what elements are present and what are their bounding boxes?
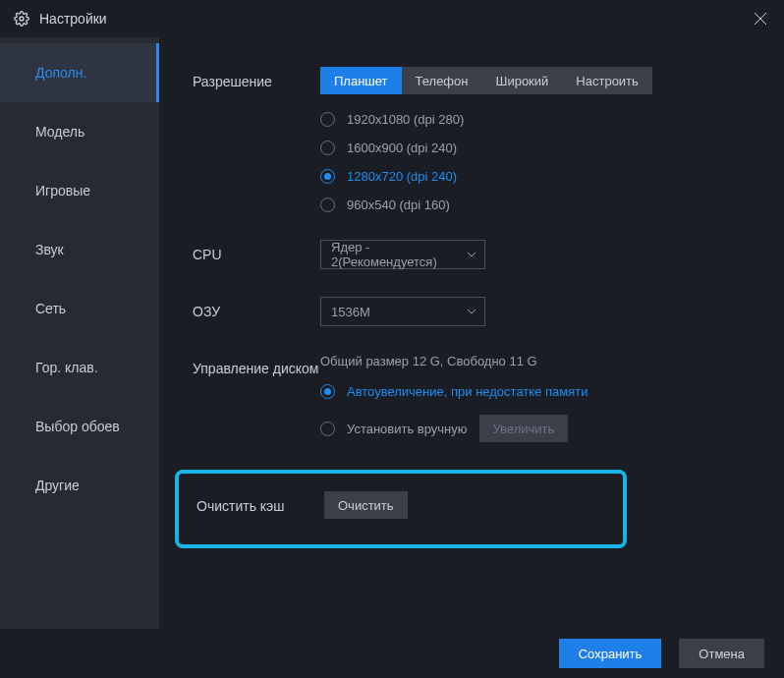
sidebar-item-label: Другие (35, 478, 80, 493)
window-title: Настройки (39, 11, 107, 27)
close-icon (754, 12, 767, 26)
ram-label: ОЗУ (193, 297, 320, 320)
cancel-button[interactable]: Отмена (679, 639, 764, 668)
sidebar-item-hotkeys[interactable]: Гор. клав. (0, 338, 159, 397)
disk-status: Общий размер 12 G, Свободно 11 G (320, 354, 764, 368)
sidebar-item-label: Модель (35, 124, 84, 140)
radio-1280x720[interactable]: 1280x720 (dpi 240) (320, 169, 764, 184)
sidebar-item-label: Игровые (35, 183, 90, 198)
sidebar-item-wallpaper[interactable]: Выбор обоев (0, 397, 159, 456)
sidebar-item-label: Выбор обоев (35, 419, 120, 434)
resolution-options: 1920x1080 (dpi 280) 1600x900 (dpi 240) 1… (320, 112, 764, 212)
radio-icon (320, 141, 335, 155)
close-button[interactable] (751, 9, 770, 28)
cpu-label: CPU (193, 240, 320, 263)
radio-1920x1080[interactable]: 1920x1080 (dpi 280) (320, 112, 764, 127)
sidebar-item-label: Дополн. (35, 65, 86, 81)
cpu-select[interactable]: Ядер - 2(Рекомендуется) (320, 240, 485, 269)
radio-icon (320, 169, 335, 184)
cache-label: Очистить кэш (196, 491, 324, 515)
resolution-label: Разрешение (193, 67, 320, 90)
sidebar-item-label: Звук (35, 242, 64, 257)
sidebar-item-label: Гор. клав. (35, 360, 98, 375)
radio-icon (320, 198, 335, 212)
tab-tablet[interactable]: Планшет (320, 67, 402, 94)
clear-cache-button[interactable]: Очистить (324, 491, 408, 519)
sidebar-item-advanced[interactable]: Дополн. (0, 43, 159, 102)
clear-cache-highlight: Очистить кэш Очистить (175, 470, 627, 548)
sidebar-item-model[interactable]: Модель (0, 102, 159, 161)
window-titlebar: Настройки (0, 0, 784, 37)
footer: Сохранить Отмена (0, 629, 784, 678)
radio-icon (320, 112, 335, 127)
disk-label: Управление диском (193, 354, 320, 377)
radio-disk-auto[interactable]: Автоувеличение, при недостатке памяти (320, 384, 764, 399)
radio-960x540[interactable]: 960x540 (dpi 160) (320, 198, 764, 212)
resolution-tabs: Планшет Телефон Широкий Настроить (320, 67, 764, 94)
sidebar-item-sound[interactable]: Звук (0, 220, 159, 279)
ram-select[interactable]: 1536M (320, 297, 485, 326)
chevron-down-icon (467, 252, 476, 257)
sidebar-item-network[interactable]: Сеть (0, 279, 159, 338)
tab-wide[interactable]: Широкий (481, 67, 562, 94)
sidebar-item-game[interactable]: Игровые (0, 161, 159, 220)
chevron-down-icon (467, 309, 476, 314)
tab-phone[interactable]: Телефон (402, 67, 482, 94)
sidebar-item-other[interactable]: Другие (0, 456, 159, 515)
radio-icon (320, 384, 335, 399)
expand-button: Увеличить (479, 415, 569, 442)
sidebar-item-label: Сеть (35, 301, 66, 316)
tab-custom[interactable]: Настроить (562, 67, 652, 94)
radio-disk-manual[interactable]: Установить вручную Увеличить (320, 415, 764, 442)
radio-1600x900[interactable]: 1600x900 (dpi 240) (320, 141, 764, 155)
content-panel: Разрешение Планшет Телефон Широкий Настр… (159, 37, 784, 629)
gear-icon (14, 11, 29, 27)
svg-point-0 (20, 17, 24, 21)
radio-icon (320, 422, 335, 436)
sidebar: Дополн. Модель Игровые Звук Сеть Гор. кл… (0, 37, 159, 629)
save-button[interactable]: Сохранить (559, 639, 662, 668)
